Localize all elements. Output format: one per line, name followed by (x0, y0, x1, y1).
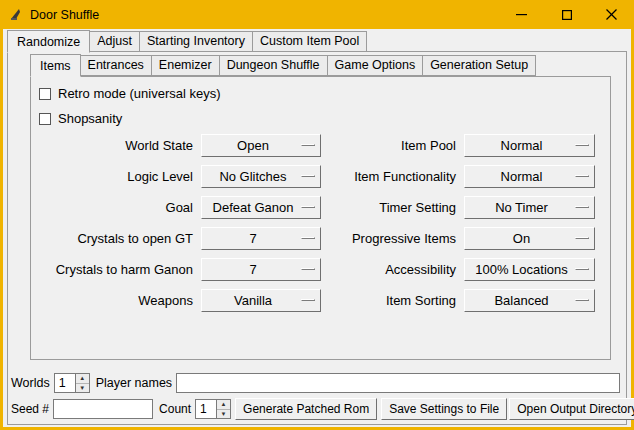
item-functionality-value: Normal (501, 169, 543, 184)
tab-starting-inventory[interactable]: Starting Inventory (139, 31, 253, 52)
progressive-items-value: On (513, 231, 530, 246)
progressive-items-dropdown[interactable]: On (464, 227, 595, 250)
tab-game-options[interactable]: Game Options (327, 55, 424, 76)
seed-row: Seed # Count 1 ▲ ▼ Generate Patched Rom … (11, 398, 622, 420)
worlds-label: Worlds (11, 376, 50, 390)
crystals-ganon-dropdown[interactable]: 7 (201, 258, 321, 281)
retro-mode-checkbox[interactable] (39, 88, 51, 100)
world-state-value: Open (237, 138, 269, 153)
item-pool-dropdown[interactable]: Normal (464, 134, 595, 157)
accessibility-value: 100% Locations (475, 262, 568, 277)
count-spin-up-icon[interactable]: ▲ (217, 400, 230, 410)
progressive-items-label: Progressive Items (321, 231, 464, 246)
item-pool-value: Normal (501, 138, 543, 153)
accessibility-label: Accessibility (321, 262, 464, 277)
timer-setting-value: No Timer (495, 200, 548, 215)
maximize-icon (562, 10, 572, 20)
item-sorting-dropdown[interactable]: Balanced (464, 289, 595, 312)
item-pool-label: Item Pool (321, 138, 464, 153)
generate-patched-rom-button[interactable]: Generate Patched Rom (235, 398, 377, 420)
dropdown-indicator-icon (575, 268, 589, 270)
tab-items[interactable]: Items (30, 54, 81, 77)
shopsanity-row: Shopsanity (39, 110, 122, 127)
dropdown-indicator-icon (301, 206, 315, 208)
items-tab-panel: Retro mode (universal keys) Shopsanity W… (30, 76, 611, 360)
dropdown-indicator-icon (301, 299, 315, 301)
retro-mode-label: Retro mode (universal keys) (58, 86, 221, 101)
maximize-button[interactable] (544, 0, 589, 29)
tab-randomize[interactable]: Randomize (7, 30, 90, 53)
item-sorting-label: Item Sorting (321, 293, 464, 308)
timer-setting-label: Timer Setting (321, 200, 464, 215)
weapons-dropdown[interactable]: Vanilla (201, 289, 321, 312)
tab-entrances[interactable]: Entrances (80, 55, 152, 76)
retro-mode-row: Retro mode (universal keys) (39, 85, 221, 102)
app-window: Door Shuffle Randomize (0, 0, 634, 430)
outer-tabbar: Randomize Adjust Starting Inventory Cust… (7, 31, 367, 52)
worlds-spin-up-icon[interactable]: ▲ (76, 374, 89, 384)
dropdown-indicator-icon (575, 206, 589, 208)
tab-dungeon-shuffle[interactable]: Dungeon Shuffle (219, 55, 328, 76)
tab-custom-item-pool[interactable]: Custom Item Pool (252, 31, 367, 52)
minimize-icon (516, 9, 527, 20)
dropdown-indicator-icon (301, 144, 315, 146)
dropdown-indicator-icon (301, 175, 315, 177)
open-output-directory-button[interactable]: Open Output Directory (509, 398, 634, 420)
shopsanity-label: Shopsanity (58, 111, 122, 126)
worlds-spinbox[interactable]: 1 ▲ ▼ (54, 373, 90, 393)
tab-generation-setup[interactable]: Generation Setup (422, 55, 536, 76)
close-icon (606, 9, 617, 20)
randomize-tab-panel: Items Entrances Enemizer Dungeon Shuffle… (7, 51, 627, 425)
count-value[interactable]: 1 (195, 399, 216, 419)
dropdown-indicator-icon (575, 299, 589, 301)
dropdown-indicator-icon (301, 237, 315, 239)
logic-level-value: No Glitches (219, 169, 286, 184)
count-spin-down-icon[interactable]: ▼ (217, 410, 230, 419)
crystals-gt-label: Crystals to open GT (31, 231, 201, 246)
crystals-gt-value: 7 (249, 231, 256, 246)
option-row: Crystals to harm Ganon 7 Accessibility 1… (31, 258, 610, 281)
save-settings-button[interactable]: Save Settings to File (381, 398, 507, 420)
client-area: Randomize Adjust Starting Inventory Cust… (3, 29, 631, 427)
crystals-ganon-label: Crystals to harm Ganon (31, 262, 201, 277)
world-state-dropdown[interactable]: Open (201, 134, 321, 157)
crystals-gt-dropdown[interactable]: 7 (201, 227, 321, 250)
inner-tabbar: Items Entrances Enemizer Dungeon Shuffle… (30, 55, 536, 76)
seed-input[interactable] (53, 399, 153, 419)
weapons-value: Vanilla (234, 293, 272, 308)
timer-setting-dropdown[interactable]: No Timer (464, 196, 595, 219)
goal-dropdown[interactable]: Defeat Ganon (201, 196, 321, 219)
window-title: Door Shuffle (30, 8, 99, 22)
dropdown-indicator-icon (575, 175, 589, 177)
app-icon (8, 7, 23, 22)
dropdown-indicator-icon (301, 268, 315, 270)
logic-level-dropdown[interactable]: No Glitches (201, 165, 321, 188)
option-row: World State Open Item Pool Normal (31, 134, 610, 157)
dropdown-indicator-icon (575, 144, 589, 146)
option-row: Logic Level No Glitches Item Functionali… (31, 165, 610, 188)
player-names-label: Player names (96, 376, 172, 390)
goal-value: Defeat Ganon (213, 200, 294, 215)
worlds-value[interactable]: 1 (54, 373, 75, 393)
tab-enemizer[interactable]: Enemizer (151, 55, 220, 76)
item-functionality-label: Item Functionality (321, 169, 464, 184)
count-spinbox[interactable]: 1 ▲ ▼ (195, 399, 231, 419)
seed-label: Seed # (11, 402, 49, 416)
option-row: Goal Defeat Ganon Timer Setting No Timer (31, 196, 610, 219)
close-button[interactable] (589, 0, 634, 29)
worlds-row: Worlds 1 ▲ ▼ Player names (11, 372, 622, 394)
world-state-label: World State (31, 138, 201, 153)
crystals-ganon-value: 7 (249, 262, 256, 277)
item-functionality-dropdown[interactable]: Normal (464, 165, 595, 188)
worlds-spin-down-icon[interactable]: ▼ (76, 384, 89, 393)
shopsanity-checkbox[interactable] (39, 113, 51, 125)
accessibility-dropdown[interactable]: 100% Locations (464, 258, 595, 281)
logic-level-label: Logic Level (31, 169, 201, 184)
player-names-input[interactable] (176, 373, 620, 393)
tab-adjust[interactable]: Adjust (89, 31, 140, 52)
dropdown-indicator-icon (575, 237, 589, 239)
option-row: Weapons Vanilla Item Sorting Balanced (31, 289, 610, 312)
titlebar: Door Shuffle (0, 0, 634, 29)
count-label: Count (159, 402, 191, 416)
minimize-button[interactable] (499, 0, 544, 29)
